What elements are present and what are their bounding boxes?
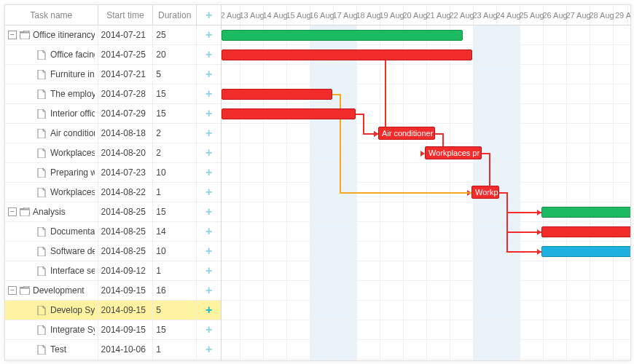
cell-duration[interactable]: 5 [153, 65, 197, 84]
gantt-bar[interactable] [541, 226, 630, 237]
cell-duration[interactable]: 5 [153, 301, 197, 320]
task-row[interactable]: −Development2014-09-1516+ [5, 281, 221, 301]
gantt-bar[interactable]: Workpl [471, 186, 499, 199]
cell-duration[interactable]: 15 [153, 202, 197, 221]
cell-duration[interactable]: 14 [153, 222, 197, 241]
task-row[interactable]: The employee r2014-07-2815+ [5, 84, 221, 104]
cell-duration[interactable]: 15 [153, 320, 197, 339]
cell-name[interactable]: −Development [5, 281, 98, 300]
cell-start[interactable]: 2014-08-25 [98, 242, 154, 261]
cell-name[interactable]: Office facing [5, 45, 98, 64]
task-row[interactable]: Office facing2014-07-2520+ [5, 45, 221, 65]
task-row[interactable]: Integrate Syste2014-09-1515+ [5, 320, 221, 340]
cell-name[interactable]: Documentation [5, 222, 98, 241]
cell-add[interactable]: + [197, 320, 221, 339]
task-row[interactable]: −Office itinerancy2014-07-2125+ [5, 25, 221, 45]
cell-start[interactable]: 2014-07-21 [98, 65, 154, 84]
cell-duration[interactable]: 1 [153, 183, 197, 202]
gantt-bar[interactable]: Workplaces pr [425, 146, 482, 159]
cell-name[interactable]: Air conditioners [5, 124, 98, 143]
cell-add[interactable]: + [197, 202, 221, 221]
cell-name[interactable]: Interface setup [5, 261, 98, 280]
cell-name[interactable]: −Office itinerancy [5, 25, 98, 44]
cell-start[interactable]: 2014-09-15 [98, 301, 154, 320]
cell-start[interactable]: 2014-07-29 [98, 104, 154, 123]
cell-duration[interactable]: 10 [153, 163, 197, 182]
task-row[interactable]: Preparing work2014-07-2310+ [5, 163, 221, 183]
cell-start[interactable]: 2014-08-25 [98, 202, 154, 221]
cell-add[interactable]: + [197, 261, 221, 280]
cell-add[interactable]: + [197, 84, 221, 103]
cell-start[interactable]: 2014-09-15 [98, 281, 154, 300]
cell-duration[interactable]: 1 [153, 340, 197, 359]
col-header-add[interactable]: + [197, 5, 221, 25]
cell-duration[interactable]: 2 [153, 143, 197, 162]
task-row[interactable]: Software design2014-08-2510+ [5, 242, 221, 261]
cell-duration[interactable]: 16 [153, 281, 197, 300]
cell-start[interactable]: 2014-08-18 [98, 124, 154, 143]
cell-name[interactable]: Furniture install [5, 65, 98, 84]
cell-start[interactable]: 2014-07-21 [98, 25, 154, 44]
cell-name[interactable]: Workplaces imp [5, 183, 98, 202]
cell-add[interactable]: + [197, 163, 221, 182]
cell-add[interactable]: + [197, 25, 221, 44]
gantt-bar[interactable] [222, 30, 463, 41]
task-row[interactable]: Workplaces pre2014-08-202+ [5, 143, 221, 163]
task-row[interactable]: Workplaces imp2014-08-221+ [5, 183, 221, 202]
cell-add[interactable]: + [197, 143, 221, 162]
cell-start[interactable]: 2014-07-23 [98, 163, 154, 182]
task-row[interactable]: Furniture install2014-07-215+ [5, 65, 221, 84]
cell-start[interactable]: 2014-09-15 [98, 320, 154, 339]
task-row[interactable]: Documentation2014-08-2514+ [5, 222, 221, 242]
task-row[interactable]: −Analysis2014-08-2515+ [5, 202, 221, 222]
task-row[interactable]: Develop Syster2014-09-155+ [5, 301, 221, 320]
cell-add[interactable]: + [197, 104, 221, 123]
task-row[interactable]: Air conditioners2014-08-182+ [5, 124, 221, 143]
task-row[interactable]: Interior office2014-07-2915+ [5, 104, 221, 124]
cell-start[interactable]: 2014-08-25 [98, 222, 154, 241]
cell-name[interactable]: Develop Syster [5, 301, 98, 320]
cell-name[interactable]: −Analysis [5, 202, 98, 221]
gantt-bar[interactable] [541, 246, 630, 257]
gantt-bar[interactable] [541, 207, 630, 218]
cell-add[interactable]: + [197, 301, 221, 320]
cell-name[interactable]: Integrate Syste [5, 320, 98, 339]
cell-duration[interactable]: 2 [153, 124, 197, 143]
col-header-start[interactable]: Start time [98, 5, 154, 25]
cell-add[interactable]: + [197, 340, 221, 359]
task-row[interactable]: Interface setup2014-09-121+ [5, 261, 221, 281]
cell-duration[interactable]: 15 [153, 104, 197, 123]
cell-duration[interactable]: 15 [153, 84, 197, 103]
cell-add[interactable]: + [197, 242, 221, 261]
task-row[interactable]: Test2014-10-061+ [5, 340, 221, 360]
expand-toggle[interactable]: − [8, 31, 17, 39]
col-header-duration[interactable]: Duration [153, 5, 197, 25]
gantt-area[interactable]: Air conditionerWorkplaces prWorkpl [222, 25, 630, 360]
expand-toggle[interactable]: − [8, 286, 17, 295]
cell-name[interactable]: Preparing work [5, 163, 98, 182]
cell-name[interactable]: Test [5, 340, 98, 359]
gantt-bar[interactable]: Air conditioner [378, 127, 435, 140]
cell-name[interactable]: Interior office [5, 104, 98, 123]
cell-duration[interactable]: 10 [153, 242, 197, 261]
cell-duration[interactable]: 20 [153, 45, 197, 64]
cell-add[interactable]: + [197, 124, 221, 143]
cell-add[interactable]: + [197, 183, 221, 202]
cell-add[interactable]: + [197, 281, 221, 300]
gantt-bar[interactable] [222, 108, 356, 119]
cell-start[interactable]: 2014-09-12 [98, 261, 154, 280]
cell-name[interactable]: Software design [5, 242, 98, 261]
cell-add[interactable]: + [197, 45, 221, 64]
expand-toggle[interactable]: − [8, 207, 17, 216]
gantt-bar[interactable] [222, 89, 332, 100]
cell-duration[interactable]: 25 [153, 25, 197, 44]
col-header-name[interactable]: Task name [5, 5, 98, 25]
cell-start[interactable]: 2014-08-20 [98, 143, 154, 162]
cell-name[interactable]: Workplaces pre [5, 143, 98, 162]
cell-start[interactable]: 2014-07-28 [98, 84, 154, 103]
cell-start[interactable]: 2014-08-22 [98, 183, 154, 202]
cell-name[interactable]: The employee r [5, 84, 98, 103]
cell-start[interactable]: 2014-10-06 [98, 340, 154, 359]
cell-add[interactable]: + [197, 222, 221, 241]
cell-duration[interactable]: 1 [153, 261, 197, 280]
